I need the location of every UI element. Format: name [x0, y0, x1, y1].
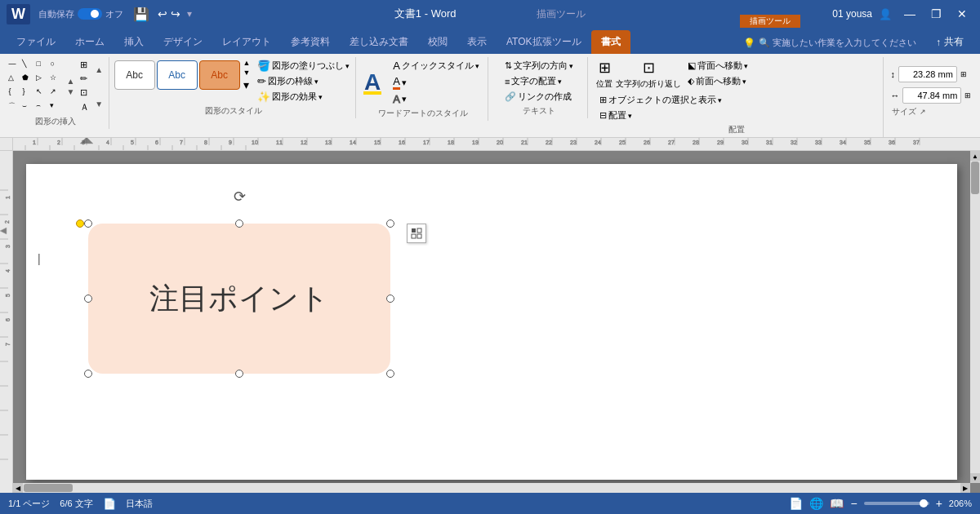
- fill-dropdown-arrow[interactable]: ▾: [345, 62, 350, 70]
- tab-mailings[interactable]: 差し込み文書: [340, 30, 418, 54]
- effect-dropdown-arrow[interactable]: ▾: [318, 93, 323, 101]
- scrollbar-horizontal[interactable]: ◀ ▶: [13, 483, 970, 493]
- shape-style-preset-1[interactable]: Abc: [114, 60, 155, 90]
- text-fill-btn[interactable]: A ▾: [390, 74, 483, 91]
- tab-share[interactable]: ↑ 共有: [926, 30, 973, 54]
- wrap-text-btn[interactable]: ⊡: [643, 59, 655, 77]
- send-back-btn[interactable]: ⬕ 背面へ移動 ▾: [684, 59, 751, 73]
- handle-top-middle[interactable]: [235, 219, 243, 228]
- layout-options-icon[interactable]: [407, 224, 426, 243]
- document-canvas[interactable]: ⟳ 注目ポイント: [13, 151, 980, 493]
- handle-middle-left[interactable]: [84, 295, 92, 303]
- line-tool-btn[interactable]: ✏: [78, 73, 91, 85]
- width-spinner[interactable]: ⊞: [964, 91, 971, 100]
- autosave-toggle[interactable]: [78, 8, 102, 20]
- position-btn[interactable]: ⊞: [599, 59, 611, 77]
- page-icon: 📄: [103, 498, 116, 510]
- titlebar: W 自動保存 オフ 💾 ↩ ↪ ▾ 文書1 - Word 描画ツール 01 yo…: [0, 0, 980, 28]
- tab-insert[interactable]: 挿入: [114, 30, 154, 54]
- shape-outline-btn[interactable]: ✏ 図形の枠線 ▾: [254, 74, 353, 88]
- shape-box[interactable]: 注目ポイント: [88, 224, 390, 374]
- tab-layout[interactable]: レイアウト: [212, 30, 281, 54]
- svg-text:33: 33: [815, 140, 822, 145]
- arrange-arrow[interactable]: ▾: [628, 112, 632, 120]
- quick-style-btn[interactable]: A クイックスタイル ▾: [390, 59, 483, 73]
- select-arrow[interactable]: ▾: [718, 96, 722, 104]
- view-read-btn[interactable]: 📖: [830, 497, 844, 510]
- close-button[interactable]: ✕: [951, 2, 973, 25]
- height-spinner[interactable]: ⊞: [960, 70, 967, 78]
- height-input[interactable]: [898, 66, 957, 82]
- scrollbar-h-right[interactable]: ▶: [960, 483, 970, 493]
- handle-top-right[interactable]: [386, 219, 394, 228]
- tab-home[interactable]: ホーム: [65, 30, 114, 54]
- shape-scroll-down[interactable]: ▲ ▼: [66, 77, 74, 96]
- wordart-quick-style-btn[interactable]: A: [363, 71, 381, 95]
- scrollbar-v-up[interactable]: ▲: [970, 151, 980, 161]
- tab-view[interactable]: 表示: [457, 30, 497, 54]
- text-direction-btn[interactable]: ⇅ 文字列の方向 ▾: [501, 59, 577, 73]
- shape-style-preset-2[interactable]: Abc: [157, 60, 198, 90]
- size-launcher-icon[interactable]: ↗: [920, 108, 926, 116]
- text-cursor: |: [38, 252, 41, 265]
- arrange-btn[interactable]: ⊟ 配置 ▾: [596, 109, 725, 122]
- zoom-slider[interactable]: [864, 502, 929, 505]
- shape-style-preset-3[interactable]: Abc: [199, 60, 240, 90]
- text-direction-arrow[interactable]: ▾: [569, 62, 573, 70]
- text-align-btn[interactable]: ≡ 文字の配置 ▾: [501, 74, 565, 88]
- scrollbar-vertical[interactable]: ▲ ▼: [970, 151, 980, 483]
- scrollbar-h-thumb[interactable]: [24, 484, 73, 492]
- tab-design[interactable]: デザイン: [154, 30, 212, 54]
- rotate-handle[interactable]: ⟳: [234, 188, 246, 206]
- svg-text:10: 10: [252, 140, 258, 145]
- restore-button[interactable]: ❐: [924, 2, 947, 25]
- autosave-state: オフ: [105, 8, 123, 20]
- tab-atok[interactable]: ATOK拡張ツール: [497, 30, 591, 54]
- freeform-shape-btn[interactable]: ⊞: [78, 59, 91, 71]
- svg-text:28: 28: [693, 140, 699, 145]
- zoom-slider-thumb[interactable]: [920, 499, 928, 507]
- width-input[interactable]: [902, 87, 961, 104]
- minimize-button[interactable]: —: [898, 2, 921, 25]
- handle-bottom-middle[interactable]: [235, 370, 243, 378]
- shape-insert-grid[interactable]: — ╲ □ ○ △ ⬟ ▷ ☆ { } ↖ ↗ ⌒ ⌣ ⌢ ▾: [8, 60, 63, 114]
- quick-style-arrow[interactable]: ▾: [475, 62, 479, 70]
- tab-search[interactable]: 💡 🔍 実施したい作業を入力してください: [733, 32, 926, 54]
- text-outline-btn[interactable]: A ▾: [390, 92, 483, 106]
- text-align-arrow[interactable]: ▾: [558, 78, 562, 86]
- connector-btn[interactable]: ⊡: [78, 86, 91, 99]
- bring-front-btn[interactable]: ⬖ 前面へ移動 ▾: [684, 74, 751, 88]
- language-indicator: 日本語: [126, 498, 153, 510]
- svg-text:16: 16: [399, 140, 405, 145]
- handle-top-left[interactable]: [84, 219, 92, 228]
- zoom-in-btn[interactable]: +: [936, 497, 942, 510]
- redo-icon[interactable]: ↪: [171, 7, 180, 20]
- view-print-btn[interactable]: 📄: [789, 497, 803, 510]
- shape-fill-btn[interactable]: 🪣 図形の塗りつぶし ▾: [254, 59, 353, 73]
- view-web-btn[interactable]: 🌐: [809, 497, 823, 510]
- scrollbar-v-thumb[interactable]: [971, 162, 979, 194]
- handle-bottom-right[interactable]: [386, 370, 394, 378]
- scrollbar-h-left[interactable]: ◀: [13, 483, 23, 493]
- zoom-out-btn[interactable]: −: [850, 497, 857, 510]
- text-link-btn[interactable]: 🔗 リンクの作成: [501, 90, 575, 104]
- handle-bottom-left[interactable]: [84, 370, 92, 378]
- send-back-arrow[interactable]: ▾: [744, 62, 748, 70]
- undo-icon[interactable]: ↩: [158, 7, 167, 20]
- handle-middle-right[interactable]: [386, 295, 394, 303]
- tab-review[interactable]: 校閲: [418, 30, 457, 54]
- text-shape-btn[interactable]: Ａ: [78, 100, 91, 114]
- svg-text:2: 2: [57, 140, 60, 145]
- tab-file[interactable]: ファイル: [7, 30, 65, 54]
- handle-corner-radius[interactable]: [76, 219, 84, 228]
- tab-format[interactable]: 書式: [591, 30, 630, 54]
- shape-effect-btn[interactable]: ✨ 図形の効果 ▾: [254, 90, 353, 104]
- outline-dropdown-arrow[interactable]: ▾: [314, 78, 318, 86]
- shape-selection-container[interactable]: ⟳ 注目ポイント: [74, 209, 390, 366]
- svg-text:22: 22: [546, 140, 552, 145]
- bring-front-arrow[interactable]: ▾: [742, 78, 746, 86]
- scrollbar-v-down[interactable]: ▼: [970, 473, 980, 483]
- save-icon[interactable]: 💾: [133, 7, 149, 22]
- select-objects-btn[interactable]: ⊞ オブジェクトの選択と表示 ▾: [596, 93, 725, 107]
- tab-references[interactable]: 参考資料: [281, 30, 340, 54]
